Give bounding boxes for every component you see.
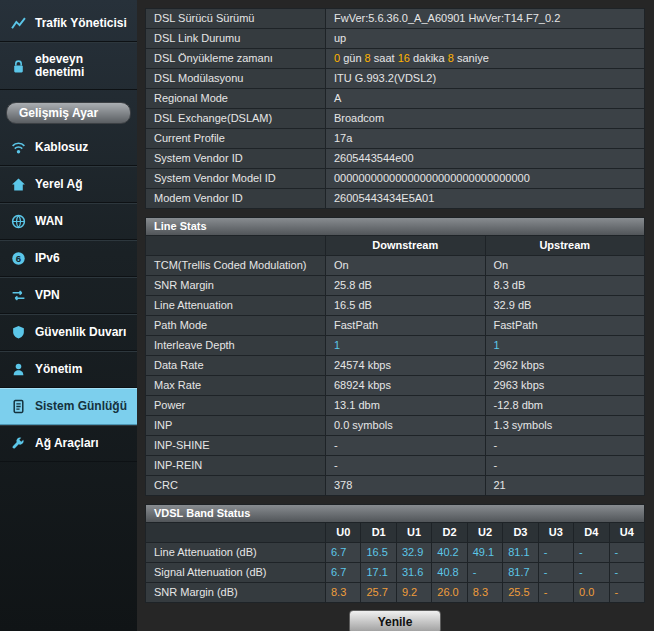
row-label: INP: [146, 416, 326, 436]
upstream-value: -: [485, 436, 645, 456]
band-value: 6.7: [326, 563, 361, 583]
row-value: FwVer:5.6.36.0_A_A60901 HwVer:T14.F7_0.2: [326, 9, 645, 29]
traffic-manager-icon: [11, 16, 26, 31]
upstream-value: 1: [485, 336, 645, 356]
upstream-value: On: [485, 256, 645, 276]
band-value: -: [609, 543, 645, 563]
row-label: Interleave Depth: [146, 336, 326, 356]
row-value: up: [326, 29, 645, 49]
upstream-value: -12.8 dbm: [485, 396, 645, 416]
table-row: Signal Attenuation (dB)6.717.131.640.8-8…: [146, 563, 645, 583]
sidebar-item-ipv6[interactable]: 6IPv6: [0, 240, 137, 277]
band-value: 40.8: [432, 563, 467, 583]
sidebar-item-lan[interactable]: Yerel Ağ: [0, 166, 137, 203]
wan-icon: [11, 214, 26, 229]
band-value: 25.5: [503, 583, 538, 603]
column-header: [146, 236, 326, 256]
system-log-icon: [11, 399, 26, 414]
sidebar-section-advanced: Gelişmiş Ayar: [6, 102, 131, 124]
main-content: DSL Sürücü SürümüFwVer:5.6.36.0_A_A60901…: [137, 0, 654, 631]
downstream-value: -: [326, 436, 486, 456]
band-value: 25.7: [361, 583, 396, 603]
row-label: Line Attenuation: [146, 296, 326, 316]
column-header: Upstream: [485, 236, 645, 256]
downstream-value: -: [326, 456, 486, 476]
band-value: 0.0: [574, 583, 609, 603]
administration-icon: [11, 362, 26, 377]
router-admin-page: Trafik Yöneticisiebeveyn denetimi Gelişm…: [0, 0, 654, 631]
band-value: -: [574, 563, 609, 583]
sidebar-item-administration[interactable]: Yönetim: [0, 351, 137, 388]
sidebar-item-wan[interactable]: WAN: [0, 203, 137, 240]
band-value: 26.0: [432, 583, 467, 603]
row-label: Signal Attenuation (dB): [146, 563, 326, 583]
table-row: Data Rate24574 kbps2962 kbps: [146, 356, 645, 376]
column-header: D2: [432, 523, 467, 543]
column-header: U1: [396, 523, 431, 543]
sidebar-item-vpn[interactable]: VPN: [0, 277, 137, 314]
column-header: Downstream: [326, 236, 486, 256]
table-row: DSL Link Durumuup: [146, 29, 645, 49]
sidebar-item-label: WAN: [35, 215, 63, 228]
upstream-value: 1.3 symbols: [485, 416, 645, 436]
sidebar-item-firewall[interactable]: Güvenlik Duvarı: [0, 314, 137, 351]
band-value: 40.2: [432, 543, 467, 563]
downstream-value: 24574 kbps: [326, 356, 486, 376]
sidebar-item-network-tools[interactable]: Ağ Araçları: [0, 425, 137, 462]
sidebar-item-parental-control[interactable]: ebeveyn denetimi: [0, 42, 137, 90]
table-row: Current Profile17a: [146, 129, 645, 149]
upstream-value: FastPath: [485, 316, 645, 336]
band-value: 9.2: [396, 583, 431, 603]
table-row: TCM(Trellis Coded Modulation)OnOn: [146, 256, 645, 276]
row-label: Max Rate: [146, 376, 326, 396]
uptime-segment: saat: [371, 52, 398, 64]
row-value: 26005443434E5A01: [326, 189, 645, 209]
row-label: Path Mode: [146, 316, 326, 336]
table-row: Interleave Depth11: [146, 336, 645, 356]
table-row: CRC37821: [146, 476, 645, 496]
uptime-segment: 16: [398, 52, 410, 64]
sidebar-item-wireless[interactable]: Kablosuz: [0, 130, 137, 166]
band-value: 8.3: [467, 583, 502, 603]
downstream-value: 68924 kbps: [326, 376, 486, 396]
band-value: 31.6: [396, 563, 431, 583]
table-header-row: U0D1U1D2U2D3U3D4U4: [146, 523, 645, 543]
band-value: -: [609, 583, 645, 603]
vdsl-band-header: VDSL Band Status: [145, 504, 645, 522]
upstream-value: 2962 kbps: [485, 356, 645, 376]
sidebar-item-label: Trafik Yöneticisi: [35, 17, 127, 30]
firewall-icon: [11, 325, 26, 340]
sidebar-section-label: Gelişmiş Ayar: [19, 106, 98, 120]
line-stats-header: Line Stats: [145, 217, 645, 235]
row-value: A: [326, 89, 645, 109]
column-header: U4: [609, 523, 645, 543]
sidebar: Trafik Yöneticisiebeveyn denetimi Gelişm…: [0, 0, 137, 631]
lan-icon: [11, 177, 26, 192]
table-row: Modem Vendor ID26005443434E5A01: [146, 189, 645, 209]
refresh-button[interactable]: Yenile: [349, 610, 441, 631]
sidebar-item-system-log[interactable]: Sistem Günlüğü: [0, 388, 137, 425]
table-header-row: DownstreamUpstream: [146, 236, 645, 256]
uptime-segment: gün: [340, 52, 364, 64]
band-value: 81.1: [503, 543, 538, 563]
column-header: U0: [326, 523, 361, 543]
column-header: D4: [574, 523, 609, 543]
table-row: DSL Önyükleme zamanı0 gün 8 saat 16 daki…: [146, 49, 645, 69]
column-header: [146, 523, 326, 543]
row-label: INP-SHINE: [146, 436, 326, 456]
table-row: DSL Sürücü SürümüFwVer:5.6.36.0_A_A60901…: [146, 9, 645, 29]
vdsl-band-table: U0D1U1D2U2D3U3D4U4 Line Attenuation (dB)…: [145, 522, 645, 603]
line-stats-title: Line Stats: [154, 220, 207, 232]
column-header: U3: [538, 523, 573, 543]
upstream-value: 8.3 dB: [485, 276, 645, 296]
band-value: -: [538, 583, 573, 603]
row-value: ITU G.993.2(VDSL2): [326, 69, 645, 89]
sidebar-item-traffic-manager[interactable]: Trafik Yöneticisi: [0, 6, 137, 42]
sidebar-item-label: IPv6: [35, 252, 60, 265]
band-value: -: [467, 563, 502, 583]
downstream-value: 378: [326, 476, 486, 496]
sidebar-advanced-group: KablosuzYerel AğWAN6IPv6VPNGüvenlik Duva…: [0, 130, 137, 462]
row-label: System Vendor ID: [146, 149, 326, 169]
band-value: -: [574, 543, 609, 563]
row-label: DSL Önyükleme zamanı: [146, 49, 326, 69]
